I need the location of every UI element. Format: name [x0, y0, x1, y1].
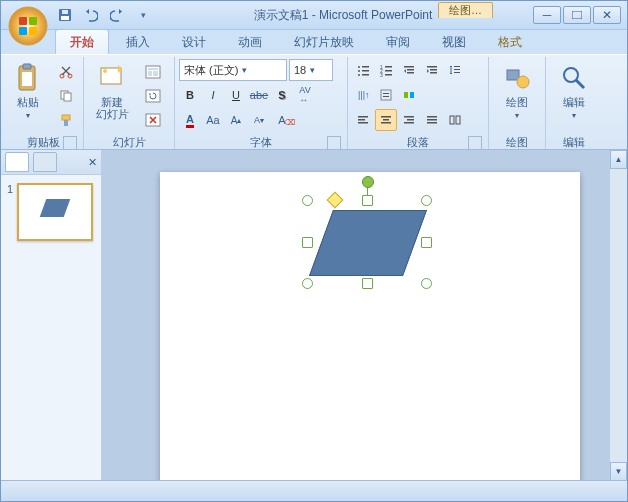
resize-handle-b[interactable]	[362, 278, 373, 289]
vertical-scrollbar[interactable]: ▲ ▼	[609, 150, 627, 481]
align-left-button[interactable]	[352, 109, 374, 131]
resize-handle-l[interactable]	[302, 237, 313, 248]
window-controls: ─ ✕	[533, 6, 621, 24]
svg-rect-8	[572, 11, 582, 19]
align-text-button[interactable]	[375, 84, 397, 106]
reset-icon[interactable]	[142, 85, 164, 107]
text-direction-button[interactable]: |||↑	[352, 84, 374, 106]
tab-animations[interactable]: 动画	[223, 29, 277, 54]
svg-rect-63	[427, 119, 437, 121]
font-launcher[interactable]	[327, 136, 341, 150]
svg-rect-62	[427, 116, 437, 118]
save-icon[interactable]	[55, 5, 75, 25]
slide-edit-area[interactable]: ▲ ▼	[102, 150, 627, 481]
clipboard-launcher[interactable]	[63, 136, 77, 150]
new-slide-button[interactable]: 新建 幻灯片	[88, 59, 136, 123]
delete-slide-icon[interactable]	[142, 109, 164, 131]
svg-rect-37	[385, 74, 392, 76]
columns-button[interactable]	[444, 109, 466, 131]
svg-rect-7	[62, 10, 68, 14]
maximize-button[interactable]	[563, 6, 591, 24]
svg-point-0	[9, 7, 47, 45]
slides-tab[interactable]	[5, 152, 29, 172]
bold-button[interactable]: B	[179, 84, 201, 106]
qat-customize-icon[interactable]: ▾	[133, 5, 153, 25]
scroll-down-icon[interactable]: ▼	[610, 462, 627, 481]
svg-rect-27	[362, 66, 369, 68]
font-name-combo[interactable]: 宋体 (正文)▾	[179, 59, 287, 81]
drawing-label: 绘图	[506, 96, 528, 108]
resize-handle-tl[interactable]	[302, 195, 313, 206]
minimize-button[interactable]: ─	[533, 6, 561, 24]
shadow-button[interactable]: S	[271, 84, 293, 106]
align-right-button[interactable]	[398, 109, 420, 131]
svg-rect-42	[430, 69, 437, 71]
pane-close-icon[interactable]: ✕	[88, 156, 97, 169]
svg-rect-66	[456, 116, 460, 124]
tab-view[interactable]: 视图	[427, 29, 481, 54]
svg-rect-53	[358, 116, 368, 118]
shrink-font-button[interactable]: A▾	[248, 109, 270, 131]
rotation-handle[interactable]	[362, 176, 374, 188]
char-spacing-button[interactable]: AV↔	[294, 84, 316, 106]
status-bar	[1, 480, 627, 501]
decrease-indent-button[interactable]	[398, 59, 420, 81]
paste-button[interactable]: 粘贴▾	[7, 59, 49, 125]
svg-rect-44	[454, 66, 460, 67]
paragraph-launcher[interactable]	[468, 136, 482, 150]
svg-rect-39	[407, 69, 414, 71]
svg-rect-11	[22, 72, 32, 86]
svg-text:|||↑: |||↑	[358, 90, 370, 100]
outline-tab[interactable]	[33, 152, 57, 172]
drawing-button[interactable]: 绘图▾	[493, 59, 541, 125]
tab-insert[interactable]: 插入	[111, 29, 165, 54]
bullets-button[interactable]	[352, 59, 374, 81]
svg-rect-29	[362, 70, 369, 72]
line-spacing-button[interactable]	[444, 59, 466, 81]
justify-button[interactable]	[421, 109, 443, 131]
tab-review[interactable]: 审阅	[371, 29, 425, 54]
resize-handle-tr[interactable]	[421, 195, 432, 206]
layout-icon[interactable]	[142, 61, 164, 83]
svg-rect-54	[358, 119, 365, 121]
change-case-button[interactable]: Aa	[202, 109, 224, 131]
italic-button[interactable]: I	[202, 84, 224, 106]
tab-format[interactable]: 格式	[483, 29, 537, 54]
svg-rect-31	[362, 74, 369, 76]
resize-handle-br[interactable]	[421, 278, 432, 289]
scroll-up-icon[interactable]: ▲	[610, 150, 627, 169]
svg-point-69	[564, 68, 578, 82]
increase-indent-button[interactable]	[421, 59, 443, 81]
office-button[interactable]	[7, 5, 49, 47]
grow-font-button[interactable]: A▴	[225, 109, 247, 131]
close-button[interactable]: ✕	[593, 6, 621, 24]
svg-rect-45	[454, 69, 460, 70]
editing-button[interactable]: 编辑▾	[550, 59, 598, 125]
thumb-shape-icon	[40, 199, 71, 217]
shape-selection[interactable]	[307, 200, 427, 284]
resize-handle-t[interactable]	[362, 195, 373, 206]
redo-icon[interactable]	[107, 5, 127, 25]
clear-format-button[interactable]: A⌫	[271, 109, 293, 131]
tab-slideshow[interactable]: 幻灯片放映	[279, 29, 369, 54]
svg-rect-21	[148, 68, 158, 70]
undo-icon[interactable]	[81, 5, 101, 25]
align-center-button[interactable]	[375, 109, 397, 131]
font-color-button[interactable]: A	[179, 109, 201, 131]
strikethrough-button[interactable]: abe	[248, 84, 270, 106]
svg-rect-59	[404, 116, 414, 118]
svg-rect-64	[427, 122, 437, 124]
numbering-button[interactable]: 123	[375, 59, 397, 81]
tab-design[interactable]: 设计	[167, 29, 221, 54]
tab-home[interactable]: 开始	[55, 29, 109, 54]
slide-thumbnail-1[interactable]: 1	[7, 183, 95, 241]
convert-smartart-button[interactable]	[398, 84, 420, 106]
font-size-combo[interactable]: 18▾	[289, 59, 333, 81]
format-painter-icon[interactable]	[55, 109, 77, 131]
copy-icon[interactable]	[55, 85, 77, 107]
resize-handle-bl[interactable]	[302, 278, 313, 289]
cut-icon[interactable]	[55, 61, 77, 83]
slide-canvas[interactable]	[160, 172, 580, 481]
underline-button[interactable]: U	[225, 84, 247, 106]
resize-handle-r[interactable]	[421, 237, 432, 248]
